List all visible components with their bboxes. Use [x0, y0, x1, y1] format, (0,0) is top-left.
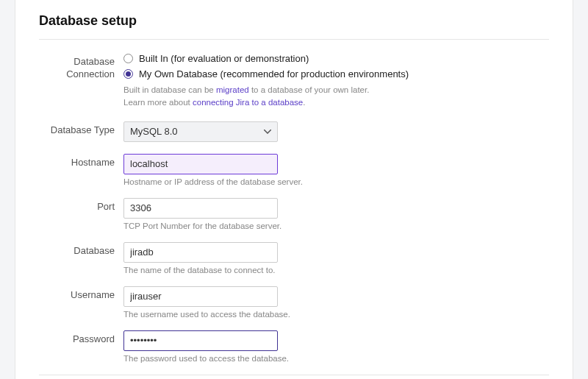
- hint-username: The username used to access the database…: [123, 310, 549, 319]
- row-port: Port TCP Port Number for the database se…: [39, 198, 549, 230]
- input-password[interactable]: [123, 330, 278, 351]
- hint-hostname: Hostname or IP address of the database s…: [123, 177, 549, 186]
- label-password: Password: [39, 330, 123, 344]
- select-db-type[interactable]: MySQL 8.0: [123, 121, 278, 142]
- row-hostname: Hostname Hostname or IP address of the d…: [39, 154, 549, 186]
- label-port: Port: [39, 198, 123, 212]
- actions-bar: Next Test Connection: [39, 375, 549, 380]
- connection-content: Built In (for evaluation or demonstratio…: [123, 53, 549, 110]
- hint-database: The name of the database to connect to.: [123, 266, 549, 274]
- row-password: Password The password used to access the…: [39, 330, 549, 363]
- row-database: Database The name of the database to con…: [39, 242, 549, 274]
- input-hostname[interactable]: [123, 154, 278, 174]
- label-db-type: Database Type: [39, 121, 123, 135]
- label-connection: Database Connection: [39, 53, 123, 81]
- hint-password: The password used to access the database…: [123, 354, 549, 363]
- radio-label-own-db: My Own Database (recommended for product…: [139, 68, 409, 79]
- label-hostname: Hostname: [39, 154, 123, 168]
- label-database: Database: [39, 242, 123, 256]
- row-connection: Database Connection Built In (for evalua…: [39, 53, 549, 110]
- connection-hint: Built in database can be migrated to a d…: [123, 84, 549, 110]
- database-setup-panel: Database setup Database Connection Built…: [15, 0, 573, 379]
- link-connect-db[interactable]: connecting Jira to a database: [193, 98, 303, 107]
- radio-icon[interactable]: [123, 54, 133, 63]
- link-migrated[interactable]: migrated: [216, 85, 249, 94]
- input-username[interactable]: [123, 286, 278, 307]
- hint-port: TCP Port Number for the database server.: [123, 222, 549, 230]
- divider: [39, 39, 549, 40]
- radio-icon[interactable]: [123, 69, 133, 79]
- radio-option-built-in[interactable]: Built In (for evaluation or demonstratio…: [123, 53, 549, 64]
- input-port[interactable]: [123, 198, 278, 219]
- page-title: Database setup: [39, 13, 549, 29]
- row-db-type: Database Type MySQL 8.0: [39, 121, 549, 142]
- label-username: Username: [39, 286, 123, 300]
- radio-option-own-db[interactable]: My Own Database (recommended for product…: [123, 68, 549, 79]
- row-username: Username The username used to access the…: [39, 286, 549, 319]
- radio-label-built-in: Built In (for evaluation or demonstratio…: [139, 53, 309, 64]
- input-database[interactable]: [123, 242, 278, 263]
